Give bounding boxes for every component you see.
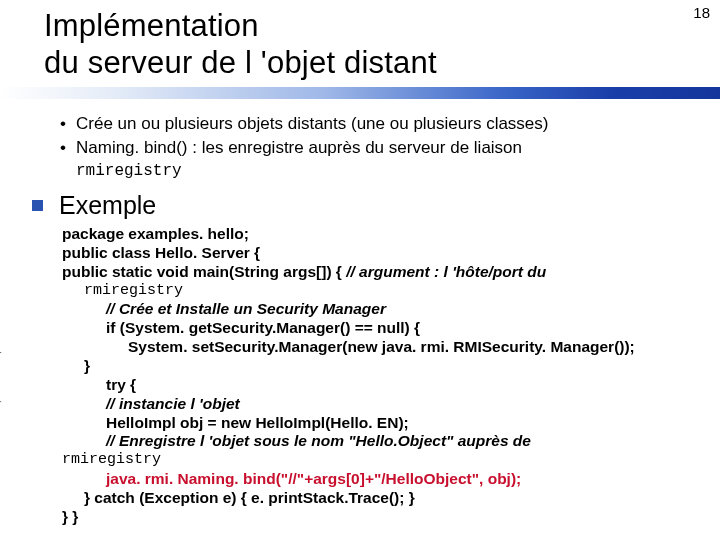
code-line: if (System. getSecurity.Manager() == nul…: [62, 319, 696, 338]
code-line: public class Hello. Server {: [62, 244, 260, 261]
code-line: System. setSecurity.Manager(new java. rm…: [62, 338, 696, 357]
code-block: package examples. hello; public class He…: [60, 225, 696, 526]
code-line: public static void main(String args[]) {: [62, 263, 346, 280]
code-line-highlight: java. rmi. Naming. bind("//"+args[0]+"/H…: [62, 470, 696, 489]
code-line: HelloImpl obj = new HelloImpl(Hello. EN)…: [62, 414, 696, 433]
code-line: package examples. hello;: [62, 225, 249, 242]
code-comment: // Enregistre l 'objet sous le nom "Hell…: [62, 432, 696, 451]
code-line: rmiregistry: [62, 451, 696, 469]
code-line: } }: [62, 508, 78, 525]
title-line-1: Implémentation: [44, 8, 259, 43]
bullet-list: • Crée un ou plusieurs objets distants (…: [60, 113, 696, 181]
bullet-rmiregistry: rmiregistry: [76, 161, 696, 181]
code-comment: // Crée et Installe un Security Manager: [62, 300, 696, 319]
list-item: • Crée un ou plusieurs objets distants (…: [60, 113, 696, 135]
list-item: • Naming. bind() : les enregistre auprès…: [60, 137, 696, 159]
code-line: try {: [62, 376, 696, 395]
bullet-dot-icon: •: [60, 137, 76, 159]
title-line-2: du serveur de l 'objet distant: [44, 45, 437, 80]
code-line: }: [62, 357, 696, 376]
section-title: Exemple: [59, 189, 156, 221]
page-number: 18: [693, 4, 710, 21]
code-line: } catch (Exception e) { e. printStack.Tr…: [62, 489, 696, 508]
slide-title: Implémentation du serveur de l 'objet di…: [0, 0, 720, 81]
bullet-1-tail: (une ou plusieurs classes): [351, 114, 548, 133]
code-comment: // argument : l 'hôte/port du: [346, 263, 546, 280]
bullet-1-head: Crée un ou plusieurs objets distants: [76, 114, 351, 133]
square-bullet-icon: [32, 200, 43, 211]
bullet-dot-icon: •: [60, 113, 76, 135]
bullet-2-tail: les enregistre auprès du serveur de liai…: [202, 138, 522, 157]
section-header: Exemple: [32, 189, 696, 221]
code-comment: // instancie l 'objet: [62, 395, 696, 414]
gradient-band: [0, 87, 720, 99]
footer-credit: RMI - H. Bourzoufi, D. Donsez, 1998-2003: [0, 303, 2, 480]
code-line: rmiregistry: [62, 282, 696, 300]
bullet-2-head: Naming. bind() :: [76, 138, 202, 157]
